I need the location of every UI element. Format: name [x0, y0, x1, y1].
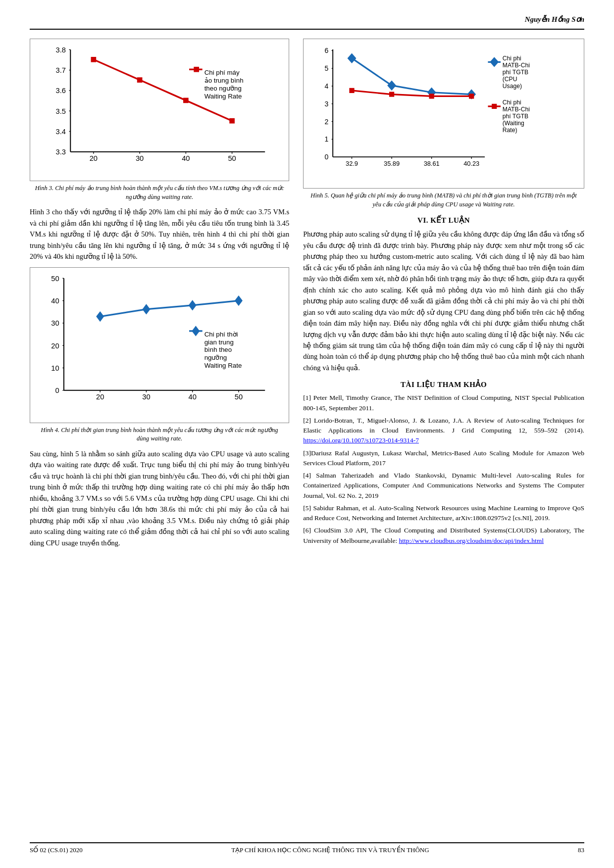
- chart3-svg: 3.8 3.7 3.6 3.5 3.4 3.3 20 30: [34, 43, 285, 175]
- reference-item: [5] Sabidur Rahman, et al. Auto-Scaling …: [303, 503, 584, 524]
- reference-item: [4] Salman Taherizadeh and Vlado Stankov…: [303, 471, 584, 501]
- svg-text:3.6: 3.6: [56, 87, 66, 95]
- footer-left: SỐ 02 (CS.01) 2020: [30, 846, 83, 854]
- svg-text:30: 30: [142, 393, 150, 401]
- svg-text:40: 40: [189, 393, 197, 401]
- svg-text:Usage): Usage): [503, 83, 522, 90]
- svg-text:3: 3: [325, 100, 329, 108]
- svg-text:theo ngưỡng: theo ngưỡng: [205, 85, 242, 92]
- reference-link[interactable]: http://www.cloudbus.org/cloudsim/doc/api…: [399, 537, 544, 544]
- footer-right: 83: [578, 846, 584, 854]
- svg-text:3.4: 3.4: [56, 128, 66, 136]
- svg-rect-94: [469, 94, 474, 98]
- reference-item: [3]Dariusz Rafal Augustyn, Lukasz Warcha…: [303, 448, 584, 469]
- svg-text:40: 40: [51, 297, 59, 305]
- svg-text:0: 0: [325, 153, 329, 161]
- svg-text:0: 0: [55, 386, 59, 394]
- top-divider: [30, 29, 584, 30]
- svg-text:1: 1: [325, 135, 329, 143]
- svg-text:3.7: 3.7: [56, 66, 66, 74]
- svg-rect-92: [389, 92, 394, 96]
- svg-text:6: 6: [325, 47, 329, 54]
- svg-marker-58: [192, 326, 200, 336]
- para3: Hình 3 cho thấy với ngưỡng tỉ lệ thấp 20…: [30, 206, 289, 262]
- left-column: 3.8 3.7 3.6 3.5 3.4 3.3 20 30: [30, 39, 289, 553]
- svg-rect-93: [429, 94, 434, 98]
- author-name: Nguyễn Hồng Sơn: [30, 15, 584, 24]
- svg-text:5: 5: [325, 64, 329, 72]
- svg-text:50: 50: [51, 274, 59, 282]
- svg-text:bình theo: bình theo: [205, 346, 232, 353]
- svg-text:3.5: 3.5: [56, 107, 66, 115]
- main-content: 3.8 3.7 3.6 3.5 3.4 3.3 20 30: [30, 39, 584, 553]
- svg-text:40.23: 40.23: [463, 160, 479, 167]
- svg-text:20: 20: [96, 393, 104, 401]
- svg-text:ngưỡng: ngưỡng: [205, 354, 227, 361]
- svg-text:gian trung: gian trung: [205, 338, 234, 345]
- svg-text:20: 20: [90, 154, 98, 162]
- chart3-container: 3.8 3.7 3.6 3.5 3.4 3.3 20 30: [30, 39, 289, 181]
- svg-text:Waiting Rate: Waiting Rate: [205, 93, 242, 100]
- references-list: [1] Peter Mell, Timothy Grance, The NIST…: [303, 393, 584, 546]
- footer: SỐ 02 (CS.01) 2020 TẠP CHÍ KHOA HỌC CÔNG…: [30, 842, 584, 854]
- svg-text:50: 50: [235, 393, 243, 401]
- svg-marker-53: [96, 311, 104, 322]
- svg-marker-87: [348, 53, 357, 63]
- svg-text:phí TGTB: phí TGTB: [503, 69, 528, 76]
- caption5: Hình 5. Quan hệ giữa chi phí máy ảo trun…: [303, 192, 584, 209]
- chart5-svg: 0 1 2 3 4 5 6 32.9 35.89: [307, 43, 580, 182]
- footer-center: TẠP CHÍ KHOA HỌC CÔNG NGHỆ THÔNG TIN VÀ …: [231, 846, 429, 854]
- svg-text:30: 30: [51, 319, 59, 327]
- svg-text:Chi phí thời: Chi phí thời: [205, 330, 238, 338]
- svg-text:35.89: 35.89: [384, 160, 400, 167]
- svg-rect-103: [492, 104, 497, 109]
- svg-text:(Waiting: (Waiting: [503, 120, 524, 127]
- svg-text:Chi phí máy: Chi phí máy: [205, 69, 240, 76]
- svg-text:phí TGTB: phí TGTB: [503, 113, 528, 120]
- para4: Sau cùng, hình 5 là nhằm so sánh giữa au…: [30, 448, 289, 548]
- reference-item: [1] Peter Mell, Timothy Grance, The NIST…: [303, 393, 584, 413]
- svg-text:10: 10: [51, 364, 59, 372]
- svg-text:ảo trung bình: ảo trung bình: [205, 77, 244, 84]
- chart4-svg: 0 10 20 30 40 50 20 30: [34, 272, 285, 417]
- svg-marker-88: [387, 80, 396, 90]
- svg-marker-54: [142, 304, 150, 314]
- svg-marker-55: [189, 300, 197, 310]
- svg-text:Chi phi: Chi phi: [503, 99, 521, 106]
- svg-text:4: 4: [325, 82, 329, 90]
- caption4: Hình 4. Chi phí thời gian trung bình hoà…: [30, 426, 289, 443]
- svg-text:(CPU: (CPU: [503, 76, 517, 83]
- references-heading: TÀI LIỆU THAM KHẢO: [303, 380, 584, 389]
- svg-text:30: 30: [136, 154, 144, 162]
- svg-text:2: 2: [325, 118, 329, 126]
- svg-text:3.3: 3.3: [56, 148, 66, 156]
- caption3: Hình 3. Chi phí máy ảo trung bình hoàn t…: [30, 184, 289, 201]
- svg-text:MATB-Chi: MATB-Chi: [503, 106, 530, 113]
- svg-text:32.9: 32.9: [346, 160, 358, 167]
- right-column: 0 1 2 3 4 5 6 32.9 35.89: [303, 39, 584, 553]
- svg-text:Waiting Rate: Waiting Rate: [205, 362, 242, 369]
- reference-link[interactable]: https://doi.org/10.1007/s10723-014-9314-…: [303, 436, 419, 444]
- svg-text:Rate): Rate): [503, 127, 517, 134]
- svg-rect-21: [91, 57, 97, 62]
- reference-item: [2] Lorido-Botran, T., Miguel-Alonso, J.…: [303, 416, 584, 446]
- svg-text:3.8: 3.8: [56, 46, 66, 54]
- svg-rect-91: [350, 88, 355, 93]
- svg-rect-22: [137, 77, 143, 83]
- svg-text:MATB-Chi: MATB-Chi: [503, 62, 530, 69]
- chart5-container: 0 1 2 3 4 5 6 32.9 35.89: [303, 39, 584, 189]
- svg-marker-96: [490, 57, 499, 67]
- svg-text:50: 50: [228, 154, 236, 162]
- svg-marker-56: [235, 295, 243, 306]
- svg-text:40: 40: [182, 154, 190, 162]
- section-vi-heading: VI. KẾT LUẬN: [303, 216, 584, 225]
- svg-rect-23: [183, 98, 189, 103]
- para-kl: Phương pháp auto scaling sử dụng tỉ lệ g…: [303, 229, 584, 373]
- svg-text:Chi phi: Chi phi: [503, 55, 521, 62]
- svg-text:38.61: 38.61: [424, 160, 440, 167]
- svg-rect-26: [194, 67, 199, 72]
- chart4-container: 0 10 20 30 40 50 20 30: [30, 267, 289, 423]
- svg-rect-24: [229, 118, 235, 124]
- svg-text:20: 20: [51, 341, 59, 349]
- reference-item: [6] CloudSim 3.0 API, The Cloud Computin…: [303, 526, 584, 546]
